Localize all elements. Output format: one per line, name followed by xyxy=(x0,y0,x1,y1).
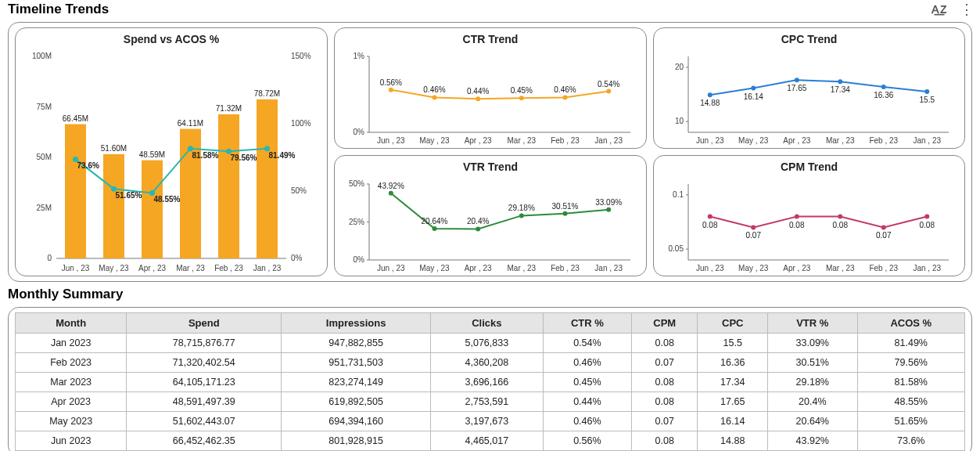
table-cell: 79.56% xyxy=(857,353,965,373)
spend-acos-card[interactable]: Spend vs ACOS % 025M50M75M100M0%50%100%1… xyxy=(15,27,328,276)
svg-text:71.32M: 71.32M xyxy=(216,104,242,113)
table-header[interactable]: CPM xyxy=(632,313,698,334)
vtr-trend-card[interactable]: VTR Trend 0%25%50%Jun , 23May , 23Apr , … xyxy=(334,155,647,276)
svg-point-12 xyxy=(389,88,393,92)
svg-point-16 xyxy=(476,96,480,101)
summary-section-title: Monthly Summary xyxy=(8,287,123,302)
svg-text:Mar , 23: Mar , 23 xyxy=(826,136,855,145)
svg-text:10: 10 xyxy=(675,117,684,125)
table-header[interactable]: Clicks xyxy=(430,313,543,334)
table-cell: 14.88 xyxy=(698,431,768,451)
table-cell: 823,274,149 xyxy=(282,373,431,392)
svg-text:29.18%: 29.18% xyxy=(508,204,535,212)
table-cell: 17.34 xyxy=(698,373,768,392)
svg-text:15.5: 15.5 xyxy=(920,96,935,104)
svg-point-20 xyxy=(563,95,568,99)
vtr-trend-title: VTR Trend xyxy=(343,161,638,173)
svg-text:Apr , 23: Apr , 23 xyxy=(138,264,166,272)
ctr-trend-card[interactable]: CTR Trend 0%1%Jun , 23May , 23Apr , 23Ma… xyxy=(334,27,647,149)
table-cell: 619,892,505 xyxy=(282,392,431,412)
svg-point-112 xyxy=(606,207,611,212)
table-cell: 0.45% xyxy=(543,373,631,392)
cpm-trend-title: CPM Trend xyxy=(662,161,957,173)
table-header[interactable]: Impressions xyxy=(282,313,431,334)
svg-text:0%: 0% xyxy=(354,255,365,264)
table-cell: 0.46% xyxy=(543,412,631,431)
svg-point-126 xyxy=(708,215,713,219)
table-cell: 71,320,402.54 xyxy=(127,353,282,373)
table-cell: 51.65% xyxy=(857,412,965,431)
svg-text:May , 23: May , 23 xyxy=(419,264,450,272)
table-row[interactable]: Jan 202378,715,876.77947,882,8555,076,83… xyxy=(16,334,965,353)
svg-text:May , 23: May , 23 xyxy=(738,264,769,272)
svg-rect-68 xyxy=(257,99,278,258)
svg-text:78.72M: 78.72M xyxy=(254,89,280,98)
svg-text:Feb , 23: Feb , 23 xyxy=(869,136,898,145)
table-cell: 66,452,462.35 xyxy=(127,431,282,451)
svg-text:17.34: 17.34 xyxy=(831,85,850,94)
more-options-icon[interactable]: ⋮ xyxy=(960,5,974,13)
table-cell: 51,602,443.07 xyxy=(127,412,282,431)
table-cell: Jan 2023 xyxy=(16,334,127,353)
table-cell: 17.65 xyxy=(698,392,768,412)
sort-az-icon[interactable]: A͟Z xyxy=(932,3,947,16)
svg-text:48.59M: 48.59M xyxy=(139,150,165,159)
svg-text:Jan , 23: Jan , 23 xyxy=(594,264,623,272)
svg-text:66.45M: 66.45M xyxy=(63,114,88,123)
svg-text:Jan , 23: Jan , 23 xyxy=(594,136,623,145)
svg-text:50%: 50% xyxy=(291,186,307,195)
svg-text:16.36: 16.36 xyxy=(874,91,893,99)
table-cell: 2,753,591 xyxy=(430,392,543,412)
table-cell: 947,882,855 xyxy=(282,334,431,353)
table-cell: 20.4% xyxy=(768,392,857,412)
table-row[interactable]: May 202351,602,443.07694,394,1603,197,67… xyxy=(16,412,965,431)
table-header[interactable]: CPC xyxy=(698,313,768,334)
svg-point-42 xyxy=(838,79,842,84)
svg-point-22 xyxy=(606,89,611,94)
table-cell: 0.08 xyxy=(632,334,698,353)
svg-text:Mar , 23: Mar , 23 xyxy=(507,136,536,145)
svg-text:43.92%: 43.92% xyxy=(378,182,404,190)
table-header[interactable]: VTR % xyxy=(768,313,857,334)
table-cell: 4,465,017 xyxy=(430,431,543,451)
table-cell: 0.08 xyxy=(632,431,698,451)
svg-text:0.54%: 0.54% xyxy=(598,80,619,88)
table-cell: 0.07 xyxy=(632,412,698,431)
svg-point-132 xyxy=(838,215,842,219)
table-row[interactable]: Jun 202366,452,462.35801,928,9154,465,01… xyxy=(16,431,965,451)
cpm-trend-card[interactable]: CPM Trend 0.050.1Jun , 23May , 23Apr , 2… xyxy=(653,155,965,276)
svg-text:73.6%: 73.6% xyxy=(77,161,99,170)
table-header[interactable]: Month xyxy=(16,313,127,334)
svg-text:Jun , 23: Jun , 23 xyxy=(62,264,90,272)
table-cell: 48.55% xyxy=(857,392,965,412)
svg-text:81.49%: 81.49% xyxy=(269,151,296,160)
table-header[interactable]: CTR % xyxy=(543,313,631,334)
svg-text:0%: 0% xyxy=(354,128,365,136)
cpc-trend-card[interactable]: CPC Trend 1020Jun , 23May , 23Apr , 23Ma… xyxy=(653,27,965,149)
svg-text:Jun , 23: Jun , 23 xyxy=(377,264,405,272)
svg-text:Feb , 23: Feb , 23 xyxy=(869,264,898,272)
table-header[interactable]: Spend xyxy=(127,313,282,334)
svg-text:0.07: 0.07 xyxy=(746,231,762,240)
svg-text:Jun , 23: Jun , 23 xyxy=(696,136,724,145)
svg-text:0.44%: 0.44% xyxy=(467,87,489,96)
svg-text:51.60M: 51.60M xyxy=(101,144,127,153)
table-cell: 64,105,171.23 xyxy=(127,373,282,392)
table-row[interactable]: Mar 202364,105,171.23823,274,1493,696,16… xyxy=(16,373,965,392)
svg-text:48.55%: 48.55% xyxy=(154,195,181,204)
svg-text:75M: 75M xyxy=(37,103,52,111)
svg-point-106 xyxy=(476,226,480,231)
table-cell: 73.6% xyxy=(857,431,965,451)
table-header[interactable]: ACOS % xyxy=(857,313,965,334)
svg-text:Mar , 23: Mar , 23 xyxy=(176,264,205,272)
svg-text:0.08: 0.08 xyxy=(833,221,849,229)
table-cell: 0.08 xyxy=(632,373,698,392)
table-cell: 81.58% xyxy=(857,373,965,392)
svg-point-130 xyxy=(795,215,799,219)
svg-text:May , 23: May , 23 xyxy=(99,264,129,272)
svg-text:0.07: 0.07 xyxy=(876,231,892,240)
ctr-trend-title: CTR Trend xyxy=(343,33,638,45)
table-row[interactable]: Feb 202371,320,402.54951,731,5034,360,20… xyxy=(16,353,965,373)
table-row[interactable]: Apr 202348,591,497.39619,892,5052,753,59… xyxy=(16,392,965,412)
table-cell: 48,591,497.39 xyxy=(127,392,282,412)
